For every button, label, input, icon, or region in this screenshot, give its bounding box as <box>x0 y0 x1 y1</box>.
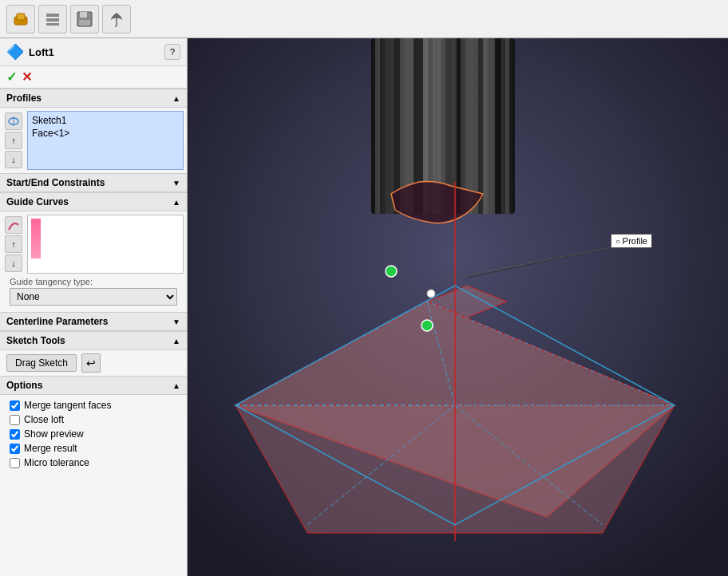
centerline-section-header[interactable]: Centerline Parameters ▼ <box>0 312 187 331</box>
viewport-svg <box>188 38 728 576</box>
svg-rect-23 <box>478 38 483 214</box>
panel-title: Loft1 <box>29 46 54 58</box>
svg-rect-4 <box>46 23 59 26</box>
tangency-row: Guide tangency type: None Tangent Normal <box>3 274 184 309</box>
options-chevron-icon: ▲ <box>172 381 180 390</box>
cancel-button[interactable]: ✕ <box>22 69 32 85</box>
sketch-tools-chevron-icon: ▲ <box>172 337 180 345</box>
option-merge-result: Merge result <box>3 441 184 456</box>
option-micro-tolerance: Micro tolerance <box>3 456 184 470</box>
merge-tangent-label: Merge tangent faces <box>24 400 111 411</box>
svg-rect-6 <box>80 12 87 18</box>
profiles-chevron-icon: ▲ <box>172 94 180 103</box>
merge-tangent-checkbox[interactable] <box>10 400 20 411</box>
guide-listbox[interactable] <box>27 215 184 274</box>
start-end-section-header[interactable]: Start/End Constraints ▼ <box>0 173 187 192</box>
accept-reject-row: ✓ ✕ <box>0 66 187 89</box>
umbrella-tool-button[interactable] <box>102 5 131 34</box>
svg-rect-22 <box>465 38 473 214</box>
svg-rect-26 <box>505 38 509 214</box>
top-toolbar <box>0 0 728 38</box>
green-dot-middle <box>421 320 433 331</box>
centerline-label: Centerline Parameters <box>6 316 108 327</box>
merge-result-label: Merge result <box>24 443 77 454</box>
left-panel: 🔷 Loft1 ? ✓ ✕ Profiles ▲ <box>0 38 188 576</box>
centerline-chevron-icon: ▼ <box>172 318 180 326</box>
option-close-loft: Close loft <box>3 412 184 427</box>
list-view-button[interactable] <box>38 5 67 34</box>
guide-curves-list: ↑ ↓ <box>3 215 184 274</box>
micro-tolerance-checkbox[interactable] <box>10 458 20 468</box>
close-loft-label: Close loft <box>24 414 64 425</box>
svg-rect-14 <box>386 38 389 214</box>
guide-curves-label: Guide Curves <box>6 196 69 207</box>
ok-button[interactable]: ✓ <box>6 69 17 85</box>
profile-sketch-icon[interactable] <box>5 112 22 130</box>
svg-rect-25 <box>495 38 501 214</box>
sketch-tools-section-header[interactable]: Sketch Tools ▲ <box>0 331 187 350</box>
profiles-up-button[interactable]: ↑ <box>5 132 22 149</box>
sketch-tools-label: Sketch Tools <box>6 335 65 346</box>
svg-rect-7 <box>79 20 90 26</box>
sketch-tools-body: Drag Sketch ↩ <box>0 350 187 376</box>
tangency-select[interactable]: None Tangent Normal <box>10 288 177 306</box>
guide-down-button[interactable]: ↓ <box>5 254 22 272</box>
save-button[interactable] <box>70 5 99 34</box>
merge-result-checkbox[interactable] <box>10 444 20 454</box>
white-dot <box>427 290 435 298</box>
svg-rect-15 <box>394 38 400 214</box>
option-merge-tangent: Merge tangent faces <box>3 398 184 412</box>
profiles-listbox[interactable]: Sketch1 Face<1> <box>27 111 184 170</box>
undo-button[interactable]: ↩ <box>81 353 101 373</box>
guide-curve-icon[interactable] <box>5 216 22 234</box>
viewport[interactable]: Profile <box>188 38 728 576</box>
tangency-label: Guide tangency type: <box>10 277 177 286</box>
panel-title-row: 🔷 Loft1 ? <box>0 38 187 66</box>
solid-body-button[interactable] <box>6 5 35 34</box>
options-section-header[interactable]: Options ▲ <box>0 376 187 395</box>
green-dot-top <box>386 266 397 277</box>
profiles-down-button[interactable]: ↓ <box>5 151 22 168</box>
profile-item-sketch1[interactable]: Sketch1 <box>30 114 180 127</box>
drag-sketch-button[interactable]: Drag Sketch <box>6 354 77 372</box>
guide-curves-section-body: ↑ ↓ Guide tangency type: None Tangent No… <box>0 211 187 312</box>
svg-rect-13 <box>375 38 380 214</box>
guide-curves-section-header[interactable]: Guide Curves ▲ <box>0 192 187 211</box>
close-loft-checkbox[interactable] <box>10 415 20 425</box>
main-area: 🔷 Loft1 ? ✓ ✕ Profiles ▲ <box>0 38 728 576</box>
show-preview-checkbox[interactable] <box>10 429 20 440</box>
micro-tolerance-label: Micro tolerance <box>24 457 89 468</box>
profiles-icons: ↑ ↓ <box>3 111 24 170</box>
options-section-body: Merge tangent faces Close loft Show prev… <box>0 395 187 473</box>
profiles-section-header[interactable]: Profiles ▲ <box>0 89 187 108</box>
show-preview-label: Show preview <box>24 428 84 440</box>
guide-up-button[interactable]: ↑ <box>5 235 22 253</box>
option-show-preview: Show preview <box>3 427 184 441</box>
guide-icons: ↑ ↓ <box>3 215 24 274</box>
profiles-list: ↑ ↓ Sketch1 Face<1> <box>3 111 184 170</box>
help-button[interactable]: ? <box>164 44 180 60</box>
guide-curves-chevron-icon: ▲ <box>172 198 180 207</box>
options-label: Options <box>6 380 42 391</box>
start-end-chevron-icon: ▼ <box>172 179 180 187</box>
guide-color-indicator <box>31 219 41 258</box>
svg-rect-1 <box>17 14 25 20</box>
profile-item-face1[interactable]: Face<1> <box>30 127 180 140</box>
start-end-label: Start/End Constraints <box>6 177 105 188</box>
profiles-label: Profiles <box>6 93 42 104</box>
svg-rect-3 <box>46 18 59 22</box>
svg-rect-24 <box>488 38 491 214</box>
profiles-section-body: ↑ ↓ Sketch1 Face<1> <box>0 108 187 173</box>
svg-rect-2 <box>46 14 59 17</box>
